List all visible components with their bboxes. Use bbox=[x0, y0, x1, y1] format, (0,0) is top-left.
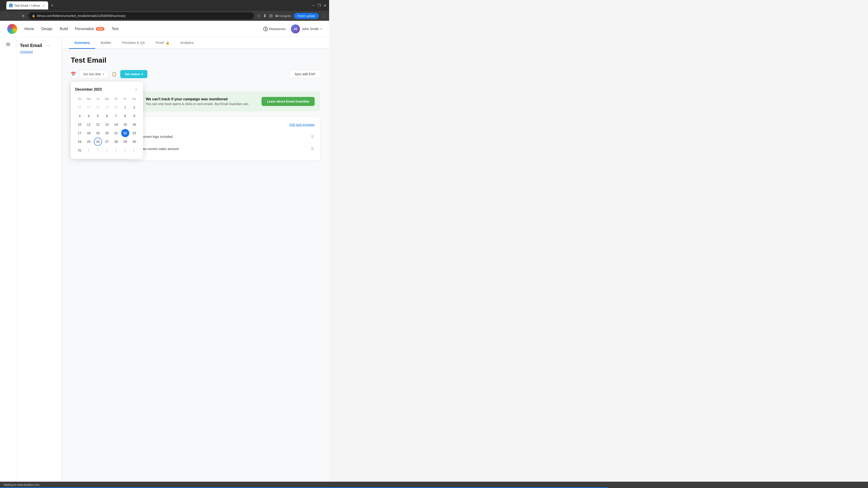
calendar-day[interactable]: 15 bbox=[121, 121, 129, 129]
user-dropdown[interactable]: JS John Smith ▾ bbox=[291, 24, 322, 33]
tab-proof[interactable]: Proof 🔒 bbox=[150, 37, 175, 49]
calendar-day[interactable]: 10 bbox=[75, 121, 84, 129]
download-icon[interactable]: ⬇ bbox=[263, 13, 267, 18]
calendar-day[interactable]: 23 bbox=[130, 129, 138, 137]
calendar-day[interactable]: 24 bbox=[75, 138, 84, 146]
finish-update-button[interactable]: Finish update bbox=[294, 13, 319, 19]
calendar-day[interactable]: 16 bbox=[130, 121, 138, 129]
task-delete-2[interactable]: 🗑 bbox=[311, 147, 315, 151]
nav-personalize[interactable]: Personalize New bbox=[75, 26, 104, 32]
calendar-day[interactable]: 30 bbox=[130, 138, 138, 146]
calendar-header: December 2023 › bbox=[75, 86, 138, 93]
back-button[interactable]: ← bbox=[4, 13, 9, 19]
sidebar-toggle-button[interactable] bbox=[4, 41, 12, 49]
sync-esp-button[interactable]: Sync with ESP bbox=[290, 70, 320, 78]
weekday-fr: Fr bbox=[121, 96, 129, 101]
due-date-label: Set due date bbox=[83, 72, 101, 76]
breadcrumb-link[interactable]: Unsorted bbox=[20, 50, 58, 54]
calendar-day[interactable]: 5 bbox=[121, 146, 129, 154]
calendar-day[interactable]: 3 bbox=[75, 112, 84, 120]
main-content: Test Email 📅 Set due date ▾ 📋 Set status… bbox=[62, 49, 329, 173]
set-status-label: Set status bbox=[125, 72, 140, 76]
calendar-day[interactable]: 3 bbox=[103, 146, 111, 154]
calendar-day[interactable]: 9 bbox=[130, 112, 138, 120]
calendar-day[interactable]: 13 bbox=[103, 121, 111, 129]
calendar-day[interactable]: 28 bbox=[112, 138, 120, 146]
tab-analytics[interactable]: Analytics bbox=[175, 37, 199, 49]
guardian-banner: 🛡️ We can't track if your campaign was m… bbox=[128, 92, 320, 111]
reload-button[interactable]: ✕ bbox=[21, 13, 26, 19]
incognito-button[interactable]: 🕶 Incognito bbox=[275, 14, 291, 18]
calendar-day[interactable]: 26 bbox=[75, 103, 84, 111]
tab-previews[interactable]: Previews & QA bbox=[117, 37, 150, 49]
litmus-logo[interactable] bbox=[7, 24, 17, 34]
tasks-section: Ta. Edit task template Current logo incl… bbox=[128, 117, 320, 160]
task-delete-1[interactable]: 🗑 bbox=[311, 134, 315, 139]
calendar-day[interactable]: 27 bbox=[103, 138, 111, 146]
bookmark-icon[interactable]: ☆ bbox=[257, 13, 260, 18]
calendar-day[interactable]: 29 bbox=[121, 138, 129, 146]
incognito-icon: 🕶 bbox=[275, 14, 278, 18]
learn-guardian-button[interactable]: Learn about Email Guardian bbox=[261, 97, 315, 106]
close-icon[interactable]: ✕ bbox=[323, 3, 327, 8]
calendar-day[interactable]: 31 bbox=[75, 146, 84, 154]
url-bar[interactable]: 🔒 litmus.com/folders/unsorted_emails/ema… bbox=[28, 12, 254, 20]
calendar-day[interactable]: 1 bbox=[121, 103, 129, 111]
calendar-day[interactable]: 8 bbox=[121, 112, 129, 120]
minimize-icon[interactable]: ─ bbox=[312, 3, 315, 8]
restore-icon[interactable]: ❐ bbox=[318, 3, 321, 8]
calendar-next-button[interactable]: › bbox=[133, 86, 138, 93]
calendar-day[interactable]: 19 bbox=[94, 129, 102, 137]
tab-summary[interactable]: Summary bbox=[69, 37, 95, 49]
calendar-day[interactable]: 17 bbox=[75, 129, 84, 137]
due-date-button[interactable]: Set due date ▾ bbox=[79, 70, 108, 78]
due-date-arrow: ▾ bbox=[103, 72, 104, 76]
weekday-sa: Sa bbox=[129, 96, 138, 101]
edit-task-button[interactable]: Edit task template bbox=[289, 123, 315, 127]
new-tab-button[interactable]: + bbox=[49, 2, 55, 8]
tasks-header: Ta. Edit task template bbox=[133, 122, 315, 127]
calendar-day[interactable]: 12 bbox=[94, 121, 102, 129]
tab-close-button[interactable]: ✕ bbox=[42, 4, 45, 7]
calendar-day[interactable]: 4 bbox=[85, 112, 93, 120]
weekday-tu: Tu bbox=[93, 96, 102, 101]
split-screen-icon[interactable]: ⊟ bbox=[269, 13, 273, 18]
calendar-weekdays: Su Mo Tu We Th Fr Sa bbox=[75, 96, 138, 101]
calendar-day[interactable]: 5 bbox=[94, 112, 102, 120]
address-bar: ← → ✕ 🔒 litmus.com/folders/unsorted_emai… bbox=[0, 11, 329, 21]
calendar-day[interactable]: 6 bbox=[103, 112, 111, 120]
calendar-day[interactable]: 1 bbox=[85, 146, 93, 154]
calendar-day[interactable]: 18 bbox=[85, 129, 93, 137]
calendar-day[interactable]: 29 bbox=[103, 103, 111, 111]
calendar-day[interactable]: 20 bbox=[103, 129, 111, 137]
calendar-day[interactable]: 28 bbox=[94, 103, 102, 111]
more-options-icon[interactable]: ⋮ bbox=[321, 13, 326, 18]
more-options-button[interactable]: ··· bbox=[45, 42, 52, 48]
forward-button[interactable]: → bbox=[12, 13, 18, 19]
loading-bar: Waiting for www.dropbox.com... bbox=[0, 482, 329, 488]
weekday-mo: Mo bbox=[84, 96, 93, 101]
calendar-day[interactable]: 4 bbox=[112, 146, 120, 154]
calendar-day[interactable]: 21 bbox=[112, 129, 120, 137]
nav-build[interactable]: Build bbox=[60, 26, 68, 32]
calendar-day[interactable]: 25 bbox=[85, 138, 93, 146]
set-status-button[interactable]: Set status ▾ bbox=[120, 70, 147, 78]
calendar-day[interactable]: 6 bbox=[130, 146, 138, 154]
calendar-day[interactable]: 22 bbox=[121, 129, 129, 137]
calendar-day[interactable]: 2 bbox=[94, 146, 102, 154]
calendar-day[interactable]: 11 bbox=[85, 121, 93, 129]
new-badge: New bbox=[96, 27, 105, 31]
sidebar bbox=[0, 37, 16, 488]
nav-home[interactable]: Home bbox=[24, 26, 34, 32]
tab-builder[interactable]: Builder bbox=[95, 37, 117, 49]
calendar-day[interactable]: 7 bbox=[112, 112, 120, 120]
calendar-day[interactable]: 2 bbox=[130, 103, 138, 111]
browser-tab[interactable]: L Test Email > Litmus ✕ bbox=[6, 1, 48, 9]
calendar-day[interactable]: 26 bbox=[94, 138, 102, 146]
nav-design[interactable]: Design bbox=[41, 26, 53, 32]
resources-button[interactable]: ℹ Resources bbox=[264, 27, 285, 31]
calendar-day[interactable]: 14 bbox=[112, 121, 120, 129]
nav-test[interactable]: Test bbox=[112, 26, 118, 32]
calendar-day[interactable]: 27 bbox=[85, 103, 93, 111]
calendar-day[interactable]: 30 bbox=[112, 103, 120, 111]
